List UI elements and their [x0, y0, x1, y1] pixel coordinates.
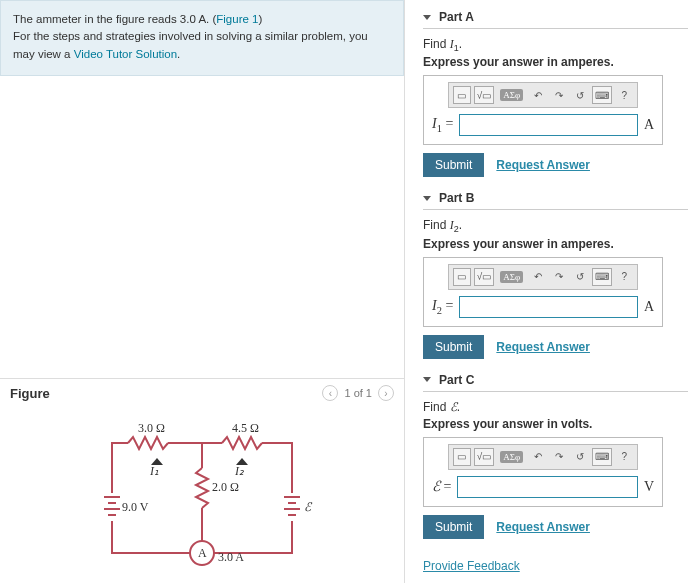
formula-toolbar: ▭ √▭ ΑΣφ ↶ ↷ ↺ ⌨ ?	[448, 82, 638, 108]
undo-icon[interactable]: ↶	[529, 448, 547, 466]
redo-icon[interactable]: ↷	[550, 448, 568, 466]
part-a-answer-box: ▭ √▭ ΑΣφ ↶ ↷ ↺ ⌨ ? I1 = A	[423, 75, 663, 145]
part-b-unit: A	[644, 299, 654, 315]
template-icon[interactable]: ▭	[453, 86, 471, 104]
keyboard-icon[interactable]: ⌨	[592, 86, 612, 104]
label-r2: 4.5 Ω	[232, 421, 259, 435]
part-a-instruction: Express your answer in amperes.	[423, 55, 688, 69]
part-a-unit: A	[644, 117, 654, 133]
part-c-variable: ℰ =	[432, 478, 451, 495]
part-c-unit: V	[644, 479, 654, 495]
help-icon[interactable]: ?	[615, 86, 633, 104]
collapse-icon[interactable]	[423, 377, 431, 382]
part-c-title: Part C	[439, 373, 474, 387]
undo-icon[interactable]: ↶	[529, 86, 547, 104]
label-emf: ℰ	[304, 500, 313, 514]
part-b-variable: I2 =	[432, 298, 453, 316]
problem-statement: The ammeter in the figure reads 3.0 A. (…	[0, 0, 404, 76]
label-i1: I₁	[149, 464, 159, 478]
part-b-find: Find I2.	[423, 218, 688, 234]
part-b-request-answer-link[interactable]: Request Answer	[496, 340, 590, 354]
keyboard-icon[interactable]: ⌨	[592, 448, 612, 466]
part-a-title: Part A	[439, 10, 474, 24]
ammeter-reading: 3.0 A	[218, 550, 244, 564]
ammeter-symbol: A	[198, 546, 207, 560]
intro-text-1b: )	[258, 13, 262, 25]
part-b-answer-box: ▭ √▭ ΑΣφ ↶ ↷ ↺ ⌨ ? I2 = A	[423, 257, 663, 327]
symbols-button[interactable]: ΑΣφ	[497, 448, 526, 466]
label-r3: 2.0 Ω	[212, 480, 239, 494]
label-r1: 3.0 Ω	[138, 421, 165, 435]
template-icon[interactable]: ▭	[453, 268, 471, 286]
collapse-icon[interactable]	[423, 15, 431, 20]
help-icon[interactable]: ?	[615, 268, 633, 286]
part-b-title: Part B	[439, 191, 474, 205]
undo-icon[interactable]: ↶	[529, 268, 547, 286]
video-tutor-link[interactable]: Video Tutor Solution	[74, 48, 177, 60]
figure-title: Figure	[10, 386, 50, 401]
redo-icon[interactable]: ↷	[550, 86, 568, 104]
part-c-request-answer-link[interactable]: Request Answer	[496, 520, 590, 534]
sqrt-icon[interactable]: √▭	[474, 448, 495, 466]
label-i2: I₂	[234, 464, 245, 478]
formula-toolbar: ▭ √▭ ΑΣφ ↶ ↷ ↺ ⌨ ?	[448, 264, 638, 290]
label-voltage: 9.0 V	[122, 500, 149, 514]
part-b-submit-button[interactable]: Submit	[423, 335, 484, 359]
template-icon[interactable]: ▭	[453, 448, 471, 466]
redo-icon[interactable]: ↷	[550, 268, 568, 286]
figure-prev-button[interactable]: ‹	[322, 385, 338, 401]
part-a: Part A Find I1. Express your answer in a…	[423, 10, 688, 177]
figure-link[interactable]: Figure 1	[216, 13, 258, 25]
keyboard-icon[interactable]: ⌨	[592, 268, 612, 286]
part-b-instruction: Express your answer in amperes.	[423, 237, 688, 251]
part-c-find: Find ℰ.	[423, 400, 688, 415]
part-c: Part C Find ℰ. Express your answer in vo…	[423, 373, 688, 539]
part-b: Part B Find I2. Express your answer in a…	[423, 191, 688, 358]
intro-text-2: For the steps and strategies involved in…	[13, 30, 368, 59]
reset-icon[interactable]: ↺	[571, 86, 589, 104]
part-a-find: Find I1.	[423, 37, 688, 53]
part-a-request-answer-link[interactable]: Request Answer	[496, 158, 590, 172]
figure-pager: ‹ 1 of 1 ›	[322, 385, 394, 401]
intro-period: .	[177, 48, 180, 60]
provide-feedback-link[interactable]: Provide Feedback	[423, 559, 520, 573]
symbols-button[interactable]: ΑΣφ	[497, 268, 526, 286]
sqrt-icon[interactable]: √▭	[474, 268, 495, 286]
part-a-submit-button[interactable]: Submit	[423, 153, 484, 177]
figure-page-count: 1 of 1	[344, 387, 372, 399]
part-b-input[interactable]	[459, 296, 638, 318]
reset-icon[interactable]: ↺	[571, 448, 589, 466]
sqrt-icon[interactable]: √▭	[474, 86, 495, 104]
part-c-instruction: Express your answer in volts.	[423, 417, 688, 431]
collapse-icon[interactable]	[423, 196, 431, 201]
part-c-submit-button[interactable]: Submit	[423, 515, 484, 539]
formula-toolbar: ▭ √▭ ΑΣφ ↶ ↷ ↺ ⌨ ?	[448, 444, 638, 470]
help-icon[interactable]: ?	[615, 448, 633, 466]
figure-next-button[interactable]: ›	[378, 385, 394, 401]
part-a-variable: I1 =	[432, 116, 453, 134]
intro-text-1: The ammeter in the figure reads 3.0 A. (	[13, 13, 216, 25]
part-c-input[interactable]	[457, 476, 637, 498]
part-c-answer-box: ▭ √▭ ΑΣφ ↶ ↷ ↺ ⌨ ? ℰ = V	[423, 437, 663, 507]
reset-icon[interactable]: ↺	[571, 268, 589, 286]
part-a-input[interactable]	[459, 114, 638, 136]
symbols-button[interactable]: ΑΣφ	[497, 86, 526, 104]
circuit-diagram: 3.0 Ω 4.5 Ω 2.0 Ω I₁ I₂ 9.0 V ℰ A 3.0 A	[72, 413, 332, 573]
